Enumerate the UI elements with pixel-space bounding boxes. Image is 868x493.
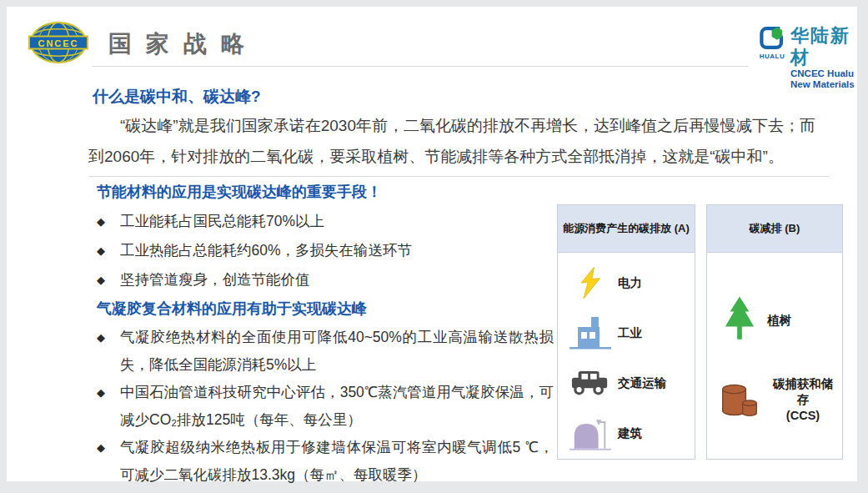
barrels-icon <box>712 381 767 419</box>
lightning-icon <box>563 264 618 301</box>
bullet-text: 工业能耗占国民总能耗70%以上 <box>120 207 554 236</box>
carbon-reduction-panel: 碳减排 (B) 植树 <box>706 204 843 460</box>
intro-paragraph: “碳达峰”就是我们国家承诺在2030年前，二氧化碳的排放不再增长，达到峰值之后再… <box>88 110 815 172</box>
panel-item-label: 建筑 <box>618 425 642 441</box>
car-icon <box>563 370 618 396</box>
diamond-bullet-icon: ◆ <box>97 236 120 265</box>
bullet-item: ◆ 工业能耗占国民总能耗70%以上 <box>97 207 554 236</box>
hualu-name-cn: 华陆新材 <box>790 25 857 68</box>
bullet-text: 气凝胶绝热材料的全面使用可降低40~50%的工业高温输送散热损失，降低全国能源消… <box>120 324 554 379</box>
slide-canvas: CNCEC 国家战略 HUALU 华陆新材 CNCEC Hualu New Ma… <box>7 7 857 481</box>
hualu-mark-icon <box>758 25 786 52</box>
hualu-mark-caption: HUALU <box>760 53 785 60</box>
panel-item-label: 交通运输 <box>618 375 666 391</box>
cncec-globe-icon: CNCEC <box>28 20 88 67</box>
diamond-bullet-icon: ◆ <box>97 265 120 294</box>
panel-item-label: 植树 <box>767 313 791 329</box>
hualu-wordmark: 华陆新材 CNCEC Hualu New Materials <box>790 25 857 89</box>
diamond-bullet-icon: ◆ <box>97 324 120 379</box>
panel-item-label: 电力 <box>618 275 642 291</box>
panel-row-industry: 工业 <box>563 308 691 358</box>
panel-row-building: 建筑 <box>563 408 691 458</box>
panel-row-ccs: 碳捕获和储存 (CCS) <box>712 376 839 424</box>
diamond-bullet-icon: ◆ <box>97 207 120 236</box>
panel-row-electricity: 电力 <box>563 258 691 308</box>
panel-a-title: 能源消费产生的碳排放 (A) <box>558 205 695 253</box>
hualu-logo: HUALU 华陆新材 CNCEC Hualu New Materials <box>758 25 857 89</box>
cncec-globe-logo: CNCEC <box>28 20 88 67</box>
bullet-item: ◆ 气凝胶超级纳米绝热板用于修建墙体保温可将室内暖气调低5 ℃，可减少二氧化碳排… <box>97 434 554 489</box>
energy-saving-heading: 节能材料的应用是实现碳达峰的重要手段！ <box>97 182 554 202</box>
presentation-slide: CNCEC 国家战略 HUALU 华陆新材 CNCEC Hualu New Ma… <box>0 0 868 493</box>
ccs-label-line1: 碳捕获和储存 <box>767 376 839 408</box>
diamond-bullet-icon: ◆ <box>97 434 120 489</box>
panel-row-tree: 植树 <box>712 296 839 345</box>
panel-row-transport: 交通运输 <box>563 358 691 408</box>
hualu-name-en-1: CNCEC Hualu <box>790 68 857 79</box>
bullet-item: ◆ 坚持管道瘦身，创造节能价值 <box>97 265 554 294</box>
bullet-text: 气凝胶超级纳米绝热板用于修建墙体保温可将室内暖气调低5 ℃，可减少二氧化碳排放1… <box>120 434 554 489</box>
section-divider <box>88 176 829 177</box>
energy-saving-section: 节能材料的应用是实现碳达峰的重要手段！ ◆ 工业能耗占国民总能耗70%以上 ◆ … <box>97 182 554 294</box>
building-icon <box>563 415 618 451</box>
cncec-logo-text: CNCEC <box>38 38 78 48</box>
aerogel-heading: 气凝胶复合材料的应用有助于实现碳达峰 <box>97 299 554 319</box>
aerogel-bullets: ◆ 气凝胶绝热材料的全面使用可降低40~50%的工业高温输送散热损失，降低全国能… <box>97 324 554 489</box>
bullet-text: 工业热能占总能耗约60%，多损失在输送环节 <box>120 236 554 265</box>
panel-b-title: 碳减排 (B) <box>707 205 842 253</box>
bullet-item: ◆ 气凝胶绝热材料的全面使用可降低40~50%的工业高温输送散热损失，降低全国能… <box>97 324 554 379</box>
ccs-label-line2: (CCS) <box>767 408 839 424</box>
aerogel-section: 气凝胶复合材料的应用有助于实现碳达峰 ◆ 气凝胶绝热材料的全面使用可降低40~5… <box>97 299 554 489</box>
energy-saving-bullets: ◆ 工业能耗占国民总能耗70%以上 ◆ 工业热能占总能耗约60%，多损失在输送环… <box>97 207 554 294</box>
factory-icon <box>563 315 618 350</box>
bullet-text: 坚持管道瘦身，创造节能价值 <box>120 265 554 294</box>
title-divider <box>93 66 749 67</box>
panel-b-body: 植树 碳捕获和储存 (CCS) <box>707 253 842 424</box>
hualu-name-en-2: New Materials <box>790 79 857 90</box>
intro-heading: 什么是碳中和、碳达峰? <box>93 86 261 108</box>
bullet-text: 中国石油管道科技研究中心评估，350℃蒸汽管道用气凝胶保温，可减少CO₂排放12… <box>120 379 554 434</box>
tree-icon <box>712 296 767 345</box>
bullet-item: ◆ 工业热能占总能耗约60%，多损失在输送环节 <box>97 236 554 265</box>
carbon-emission-panel: 能源消费产生的碳排放 (A) 电力 <box>557 204 695 460</box>
hualu-mark: HUALU <box>758 25 786 60</box>
page-title: 国家战略 <box>108 28 258 60</box>
panel-a-body: 电力 工业 <box>558 253 695 458</box>
panel-item-label: 工业 <box>618 325 642 341</box>
diamond-bullet-icon: ◆ <box>97 379 120 434</box>
bullet-item: ◆ 中国石油管道科技研究中心评估，350℃蒸汽管道用气凝胶保温，可减少CO₂排放… <box>97 379 554 434</box>
panel-item-label: 碳捕获和储存 (CCS) <box>767 376 839 424</box>
